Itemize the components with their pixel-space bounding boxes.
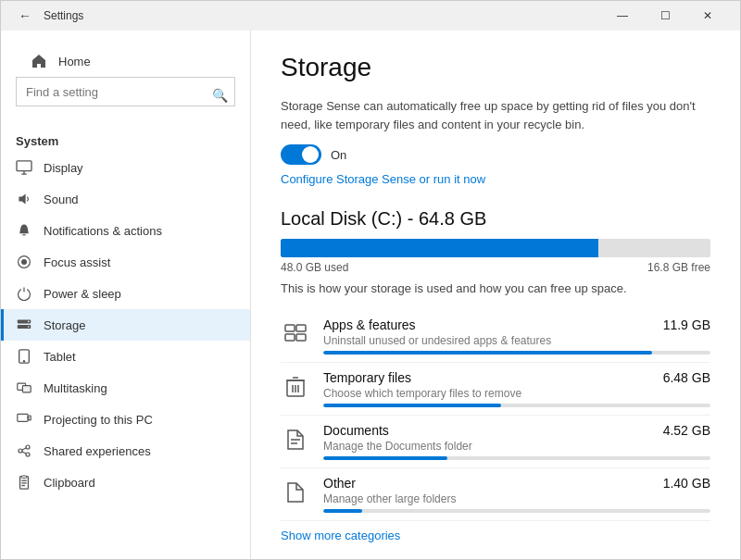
power-label: Power & sleep: [44, 287, 121, 301]
close-button[interactable]: ✕: [686, 1, 729, 31]
sidebar-item-notifications[interactable]: Notifications & actions: [1, 215, 250, 246]
tablet-icon: [16, 348, 32, 365]
storage-item[interactable]: Documents 4.52 GB Manage the Documents f…: [281, 416, 710, 468]
svg-rect-24: [21, 476, 26, 479]
toggle-label: On: [331, 148, 346, 162]
storage-bar: [323, 351, 710, 355]
disk-stats: 48.0 GB used 16.8 GB free: [281, 261, 710, 274]
storage-name-row: Temporary files 6.48 GB: [323, 370, 710, 385]
section-label: System: [1, 129, 250, 152]
configure-link[interactable]: Configure Storage Sense or run it now: [281, 172, 710, 186]
storage-sub: Manage other large folders: [323, 492, 710, 505]
sidebar-item-clipboard[interactable]: Clipboard: [1, 467, 250, 498]
storage-name-row: Documents 4.52 GB: [323, 423, 710, 438]
home-label: Home: [58, 55, 91, 68]
storage-bar-fill: [323, 456, 447, 460]
settings-window: ← Settings — ☐ ✕ Home: [0, 0, 741, 560]
storage-label: Storage: [44, 318, 86, 332]
home-icon: [31, 53, 47, 69]
sidebar-item-display[interactable]: Display: [1, 152, 250, 183]
main-content: Home 🔍 System Display: [1, 31, 740, 559]
svg-rect-30: [296, 325, 306, 331]
svg-rect-15: [18, 414, 28, 421]
svg-line-22: [22, 452, 26, 454]
documents-icon: [281, 425, 310, 454]
storage-sub: Manage the Documents folder: [323, 440, 710, 453]
storage-item[interactable]: Temporary files 6.48 GB Choose which tem…: [281, 363, 710, 416]
storage-sub: Uninstall unused or undesired apps & fea…: [323, 334, 710, 347]
storage-name-row: Other 1.40 GB: [323, 476, 710, 491]
svg-marker-3: [19, 193, 25, 204]
storage-info: Other 1.40 GB Manage other large folders: [323, 476, 710, 513]
storage-item[interactable]: Apps & features 11.9 GB Uninstall unused…: [281, 310, 710, 363]
clipboard-label: Clipboard: [44, 476, 95, 490]
multitasking-label: Multitasking: [44, 381, 107, 395]
focus-icon: [16, 254, 32, 270]
clipboard-icon: [16, 474, 32, 491]
sidebar-item-multitasking[interactable]: Multitasking: [1, 372, 250, 404]
svg-point-9: [28, 321, 30, 323]
minimize-button[interactable]: —: [601, 1, 644, 31]
disk-free: 16.8 GB free: [647, 261, 710, 274]
svg-rect-0: [17, 161, 31, 171]
storage-size: 1.40 GB: [663, 476, 710, 491]
projecting-icon: [16, 411, 32, 428]
sidebar-item-sound[interactable]: Sound: [1, 183, 250, 215]
back-button[interactable]: ←: [12, 3, 38, 29]
storage-size: 4.52 GB: [663, 423, 710, 438]
toggle-knob: [302, 146, 319, 163]
main-panel: Storage Storage Sense can automatically …: [251, 31, 740, 559]
shared-icon: [16, 442, 32, 459]
sidebar-item-projecting[interactable]: Projecting to this PC: [1, 404, 250, 435]
svg-rect-16: [29, 416, 31, 420]
storage-size: 11.9 GB: [663, 317, 710, 332]
sidebar-item-shared[interactable]: Shared experiences: [1, 435, 250, 467]
storage-name: Apps & features: [323, 317, 416, 332]
window-controls: — ☐ ✕: [601, 1, 729, 31]
trash-icon: [281, 372, 310, 402]
svg-point-20: [26, 453, 30, 456]
sidebar-item-storage[interactable]: Storage: [1, 309, 250, 341]
projecting-label: Projecting to this PC: [44, 413, 153, 427]
notifications-label: Notifications & actions: [44, 224, 162, 238]
svg-point-6: [22, 260, 27, 265]
page-title: Storage: [281, 53, 710, 82]
sidebar-item-focus[interactable]: Focus assist: [1, 246, 250, 278]
svg-point-10: [28, 326, 30, 328]
disk-title: Local Disk (C:) - 64.8 GB: [281, 208, 710, 230]
svg-rect-14: [22, 386, 31, 392]
storage-item[interactable]: Other 1.40 GB Manage other large folders: [281, 468, 710, 521]
svg-point-19: [26, 445, 30, 449]
sidebar: Home 🔍 System Display: [1, 31, 251, 559]
sound-icon: [16, 191, 32, 207]
sound-label: Sound: [44, 193, 79, 206]
search-input[interactable]: [16, 77, 235, 106]
sidebar-item-tablet[interactable]: Tablet: [1, 341, 250, 372]
storage-sub: Choose which temporary files to remove: [323, 387, 710, 400]
other-icon: [281, 478, 310, 507]
disk-bar-fill: [281, 239, 598, 257]
focus-label: Focus assist: [44, 255, 110, 269]
toggle-row: On: [281, 144, 710, 165]
storage-info: Temporary files 6.48 GB Choose which tem…: [323, 370, 710, 407]
storage-bar: [323, 456, 710, 460]
svg-point-18: [19, 449, 22, 453]
storage-name: Temporary files: [323, 370, 411, 385]
maximize-button[interactable]: ☐: [644, 1, 686, 31]
shared-label: Shared experiences: [44, 444, 151, 458]
display-label: Display: [44, 161, 83, 175]
svg-rect-28: [285, 325, 295, 331]
storage-sense-toggle[interactable]: [281, 144, 321, 165]
show-more-link[interactable]: Show more categories: [281, 529, 710, 542]
sidebar-item-home[interactable]: Home: [16, 45, 235, 77]
tablet-label: Tablet: [44, 350, 76, 364]
storage-name: Documents: [323, 423, 389, 438]
svg-rect-29: [285, 334, 295, 341]
display-icon: [16, 159, 32, 176]
storage-bar: [323, 509, 710, 513]
disk-bar: [281, 239, 710, 257]
disk-used: 48.0 GB used: [281, 261, 348, 274]
sidebar-item-power[interactable]: Power & sleep: [1, 278, 250, 309]
window-title: Settings: [44, 9, 601, 22]
storage-icon: [16, 317, 32, 333]
